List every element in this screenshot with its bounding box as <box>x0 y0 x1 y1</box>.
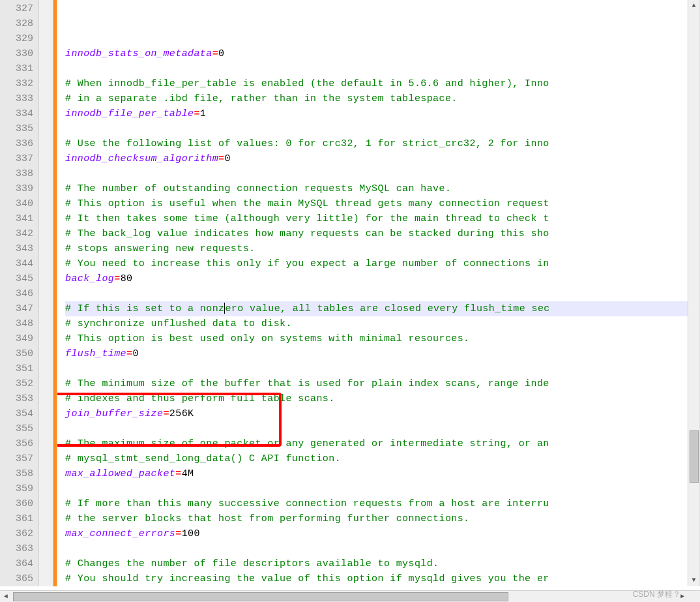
code-line[interactable]: # stops answering new requests. <box>65 241 699 256</box>
code-line[interactable]: # When innodb_file_per_table is enabled … <box>65 76 699 91</box>
line-number: 342 <box>0 226 33 241</box>
config-value: 100 <box>182 528 200 539</box>
comment-text: ero value, all tables are closed every f… <box>225 303 549 314</box>
line-number: 358 <box>0 466 33 481</box>
line-number: 364 <box>0 556 33 571</box>
code-line[interactable]: # The back_log value indicates how many … <box>65 226 699 241</box>
comment-text: # mysql_stmt_send_long_data() C API func… <box>65 453 341 464</box>
scroll-right-button[interactable]: ► <box>677 591 688 602</box>
comment-text: # indexes and thus perform full table sc… <box>65 393 335 404</box>
line-number: 349 <box>0 331 33 346</box>
config-key: innodb_file_per_table <box>65 108 194 119</box>
equals-operator: = <box>114 273 120 284</box>
line-number: 328 <box>0 16 33 31</box>
code-line[interactable]: # synchronize unflushed data to disk. <box>65 316 699 331</box>
config-value: 0 <box>132 348 138 359</box>
code-line[interactable]: # The maximum size of one packet or any … <box>65 436 699 451</box>
equals-operator: = <box>194 108 199 119</box>
comment-text: # Use the following list of values: 0 fo… <box>65 138 549 149</box>
line-number: 338 <box>0 166 33 181</box>
code-line[interactable]: max_allowed_packet=4M <box>65 466 699 481</box>
line-number: 357 <box>0 451 33 466</box>
code-line[interactable]: innodb_file_per_table=1 <box>65 106 699 121</box>
code-line[interactable]: # Changes the number of file descriptors… <box>65 556 699 571</box>
comment-text: # It then takes some time (although very… <box>65 213 549 224</box>
line-number: 359 <box>0 481 33 496</box>
comment-text: # The back_log value indicates how many … <box>65 228 549 239</box>
line-number: 350 <box>0 346 33 361</box>
code-line[interactable] <box>65 481 699 496</box>
code-line[interactable]: # If this is set to a nonzero value, all… <box>65 301 699 316</box>
code-line[interactable]: # If more than this many successive conn… <box>65 496 699 511</box>
code-line[interactable]: back_log=80 <box>65 271 699 286</box>
code-line[interactable]: # You should try increasing the value of… <box>65 571 699 586</box>
line-number: 361 <box>0 511 33 526</box>
line-number: 354 <box>0 406 33 421</box>
code-line[interactable] <box>65 61 699 76</box>
vertical-scrollbar[interactable]: ▲ ▼ <box>688 0 699 586</box>
comment-text: # You need to increase this only if you … <box>65 258 549 269</box>
config-key: join_buffer_size <box>65 408 163 419</box>
code-line[interactable] <box>65 541 699 556</box>
code-line[interactable] <box>65 361 699 376</box>
comment-text: # You should try increasing the value of… <box>65 573 549 584</box>
code-line[interactable]: innodb_checksum_algorithm=0 <box>65 151 699 166</box>
line-number: 352 <box>0 376 33 391</box>
code-line[interactable]: innodb_stats_on_metadata=0 <box>65 46 699 61</box>
comment-text: # If more than this many successive conn… <box>65 498 549 509</box>
line-number: 356 <box>0 436 33 451</box>
equals-operator: = <box>126 348 132 359</box>
code-line[interactable]: flush_time=0 <box>65 346 699 361</box>
code-line[interactable]: # the server blocks that host from perfo… <box>65 511 699 526</box>
code-line[interactable]: # This option is best used only on syste… <box>65 331 699 346</box>
code-line[interactable]: # You need to increase this only if you … <box>65 256 699 271</box>
code-line[interactable]: # indexes and thus perform full table sc… <box>65 391 699 406</box>
line-number: 336 <box>0 136 33 151</box>
code-line[interactable] <box>65 286 699 301</box>
code-line[interactable]: # mysql_stmt_send_long_data() C API func… <box>65 451 699 466</box>
line-number: 365 <box>0 571 33 586</box>
code-line[interactable]: join_buffer_size=256K <box>65 406 699 421</box>
line-number-gutter: 3273283293303313323333343353363373383393… <box>0 0 39 586</box>
code-line[interactable] <box>65 166 699 181</box>
config-value: 1 <box>200 108 206 119</box>
comment-text: # The number of outstanding connection r… <box>65 183 451 194</box>
config-key: innodb_checksum_algorithm <box>65 153 218 164</box>
comment-text: # in a separate .ibd file, rather than i… <box>65 93 458 104</box>
horizontal-scroll-thumb[interactable] <box>13 592 508 601</box>
scroll-left-button[interactable]: ◄ <box>0 591 12 602</box>
code-area[interactable]: innodb_stats_on_metadata=0# When innodb_… <box>57 0 699 586</box>
line-number: 362 <box>0 526 33 541</box>
code-line[interactable] <box>65 421 699 436</box>
config-key: max_connect_errors <box>65 528 175 539</box>
comment-text: # synchronize unflushed data to disk. <box>65 318 292 329</box>
comment-text: # The minimum size of the buffer that is… <box>65 378 549 389</box>
scroll-up-button[interactable]: ▲ <box>688 0 699 12</box>
code-line[interactable]: # The minimum size of the buffer that is… <box>65 376 699 391</box>
line-number: 343 <box>0 241 33 256</box>
line-number: 327 <box>0 1 33 16</box>
line-number: 335 <box>0 121 33 136</box>
line-number: 351 <box>0 361 33 376</box>
code-line[interactable]: # This option is useful when the main My… <box>65 196 699 211</box>
comment-text: # the server blocks that host from perfo… <box>65 513 470 524</box>
comment-text: # The maximum size of one packet or any … <box>65 438 549 449</box>
line-number: 355 <box>0 421 33 436</box>
code-line[interactable] <box>65 121 699 136</box>
code-line[interactable]: # in a separate .ibd file, rather than i… <box>65 91 699 106</box>
config-key: max_allowed_packet <box>65 468 175 479</box>
scroll-down-button[interactable]: ▼ <box>688 575 699 586</box>
config-key: back_log <box>65 273 114 284</box>
comment-text: # If this is set to a nonz <box>65 303 224 314</box>
vertical-scroll-thumb[interactable] <box>690 430 699 483</box>
config-key: flush_time <box>65 348 126 359</box>
code-line[interactable]: # Use the following list of values: 0 fo… <box>65 136 699 151</box>
config-key: innodb_stats_on_metadata <box>65 48 212 59</box>
code-line[interactable]: max_connect_errors=100 <box>65 526 699 541</box>
line-number: 331 <box>0 61 33 76</box>
code-line[interactable]: # It then takes some time (although very… <box>65 211 699 226</box>
horizontal-scrollbar[interactable]: ◄ ► <box>0 590 700 602</box>
comment-text: # Changes the number of file descriptors… <box>65 558 439 569</box>
code-line[interactable]: # The number of outstanding connection r… <box>65 181 699 196</box>
equals-operator: = <box>163 408 169 419</box>
